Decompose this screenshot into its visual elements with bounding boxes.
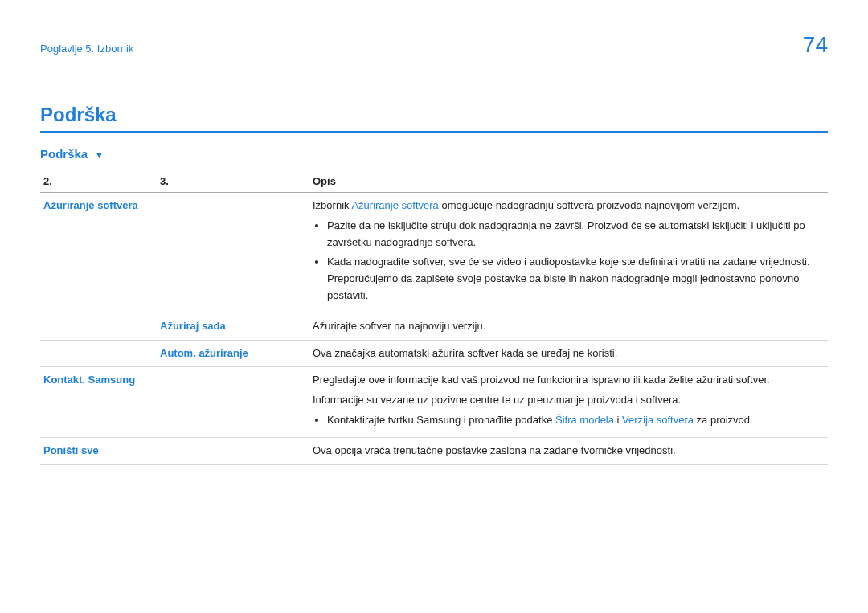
text-line: Pregledajte ove informacije kad vaš proi…	[313, 372, 825, 389]
row-menu-3	[157, 437, 309, 464]
text: i	[614, 414, 622, 426]
table-row: Ažuriraj sada Ažurirajte softver na najn…	[40, 313, 828, 340]
table-row: Kontakt. Samsung Pregledajte ove informa…	[40, 367, 828, 437]
row-menu-3: Ažuriraj sada	[157, 313, 309, 340]
bullet-item: Kada nadogradite softver, sve će se vide…	[327, 254, 825, 304]
row-menu-3	[157, 367, 309, 437]
page-number: 74	[803, 32, 828, 58]
row-menu-3: Autom. ažuriranje	[157, 340, 309, 367]
table-row: Autom. ažuriranje Ova značajka automatsk…	[40, 340, 828, 367]
row-desc: Izbornik Ažuriranje softvera omogućuje n…	[309, 193, 828, 313]
subsection-label: Podrška	[40, 147, 88, 161]
settings-table: 2. 3. Opis Ažuriranje softvera Izbornik …	[40, 170, 828, 465]
bullet-list: Pazite da ne isključite struju dok nadog…	[313, 218, 825, 304]
text: za proizvod.	[694, 414, 753, 426]
row-menu-3	[157, 193, 309, 313]
text-highlight: Verzija softvera	[622, 414, 694, 426]
table-header-row: 2. 3. Opis	[40, 170, 828, 193]
row-desc: Ova značajka automatski ažurira softver …	[309, 340, 828, 367]
table-header-desc: Opis	[309, 170, 828, 193]
text: Izbornik	[313, 199, 351, 211]
bullet-item: Kontaktirajte tvrtku Samsung i pronađite…	[327, 412, 825, 429]
chapter-label: Poglavlje 5. Izbornik	[40, 43, 133, 55]
row-desc: Ažurirajte softver na najnoviju verziju.	[309, 313, 828, 340]
table-row: Ažuriranje softvera Izbornik Ažuriranje …	[40, 193, 828, 313]
table-row: Poništi sve Ova opcija vraća trenutačne …	[40, 437, 828, 464]
document-page: Poglavlje 5. Izbornik 74 Podrška Podrška…	[0, 0, 868, 465]
row-desc: Ova opcija vraća trenutačne postavke zas…	[309, 437, 828, 464]
table-header-3: 3.	[157, 170, 309, 193]
table-header-2: 2.	[40, 170, 157, 193]
row-desc: Pregledajte ove informacije kad vaš proi…	[309, 367, 828, 437]
row-menu-2: Poništi sve	[40, 437, 157, 464]
text-highlight: Ažuriranje softvera	[351, 199, 438, 211]
triangle-down-icon: ▼	[94, 149, 104, 161]
subsection-title: Podrška ▼	[40, 147, 828, 161]
page-header: Poglavlje 5. Izbornik 74	[40, 32, 828, 63]
text-line: Informacije su vezane uz pozivne centre …	[313, 392, 825, 409]
text: omogućuje nadogradnju softvera proizvoda…	[439, 199, 739, 211]
section-title: Podrška	[40, 104, 828, 133]
text-highlight: Šifra modela	[555, 414, 614, 426]
row-menu-2: Kontakt. Samsung	[40, 367, 157, 437]
bullet-list: Kontaktirajte tvrtku Samsung i pronađite…	[313, 412, 825, 429]
row-menu-2	[40, 313, 157, 340]
row-menu-2	[40, 340, 157, 367]
bullet-item: Pazite da ne isključite struju dok nadog…	[327, 218, 825, 251]
row-menu-2: Ažuriranje softvera	[40, 193, 157, 313]
text: Kontaktirajte tvrtku Samsung i pronađite…	[327, 414, 555, 426]
